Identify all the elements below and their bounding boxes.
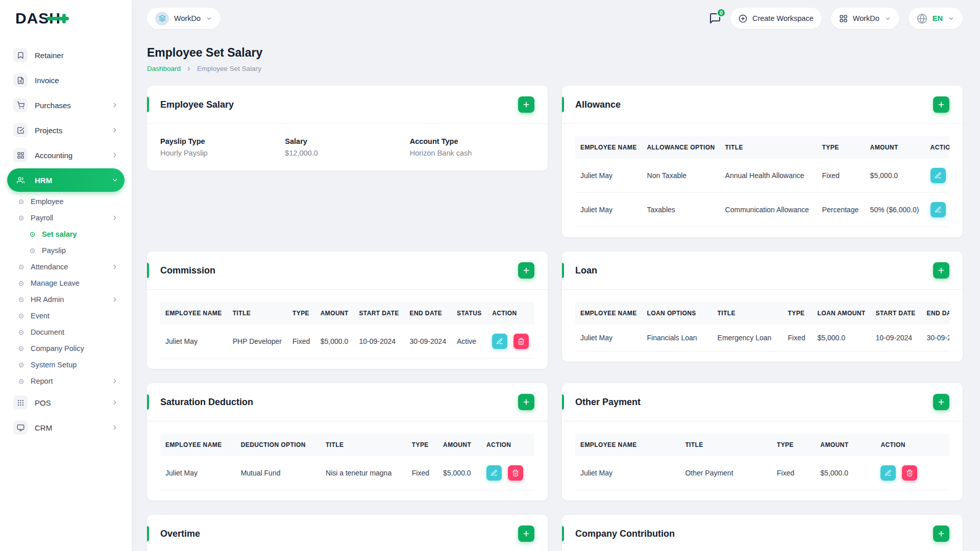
create-workspace-button[interactable]: Create Workspace [730,8,822,29]
brand-logo[interactable]: DASH [15,10,61,27]
delete-button[interactable] [508,465,523,481]
column-header: LOAN AMOUNT [813,302,871,324]
workspace-selector[interactable]: WorkDo [147,8,220,29]
edit-button[interactable] [930,168,946,183]
cell-title: Other Payment [680,456,772,490]
card-header: Employee Salary [147,86,548,124]
add-employee-salary-button[interactable] [518,96,534,113]
edit-button[interactable] [880,465,896,481]
sidebar-item-label: Manage Leave [31,279,80,287]
edit-button[interactable] [930,202,946,217]
sidebar-item-label: HRM [35,176,52,185]
sidebar-item-purchases[interactable]: Purchases [7,93,125,117]
sidebar-item-label: Document [31,328,64,336]
sidebar-item-label: Purchases [35,101,71,110]
sidebar: DASH Retainer Invoice Purchases Projects [0,0,132,551]
add-overtime-button[interactable] [518,525,534,542]
column-header: ACTION [875,434,949,456]
sidebar-item-attendance[interactable]: Attendance [7,259,125,275]
card-title: Commission [160,265,215,276]
sidebar-item-accounting[interactable]: Accounting [7,143,125,167]
column-header: ALLOWANCE OPTION [642,136,720,159]
sidebar-item-set-salary[interactable]: Set salary [7,226,125,242]
sidebar-item-event[interactable]: Event [7,308,125,324]
sidebar-nav: Retainer Invoice Purchases Projects Acco… [0,37,132,439]
breadcrumb-current: Employee Set Salary [197,65,261,72]
sidebar-item-system-setup[interactable]: System Setup [7,357,125,373]
cell-employee-name: Juliet May [160,456,236,490]
sidebar-item-manage-leave[interactable]: Manage Leave [7,275,125,291]
sidebar-item-label: Set salary [42,230,77,238]
delete-button[interactable] [902,465,917,481]
delete-button[interactable] [513,334,529,349]
sidebar-item-crm[interactable]: CRM [7,416,125,439]
add-company-contribution-button[interactable] [933,525,949,542]
workdo-menu-button[interactable]: WorkDo [831,8,899,29]
sidebar-item-projects[interactable]: Projects [7,118,125,142]
cell-amount: $5,000.0 [438,456,481,490]
add-saturation-deduction-button[interactable] [518,394,534,410]
add-commission-button[interactable] [518,262,534,279]
column-header: ACTION [925,136,949,159]
cell-title: Emergency Loan [713,324,783,352]
pencil-icon [496,338,503,345]
sidebar-item-invoice[interactable]: Invoice [7,68,125,92]
card-header: Loan [562,252,963,290]
sidebar-item-pos[interactable]: POS [7,391,125,414]
check-square-icon [13,123,28,137]
field-payslip-type: Payslip Type Hourly Payslip [160,137,285,157]
bullet-icon [18,330,24,335]
add-loan-button[interactable] [933,262,949,279]
cell-employee-name: Juliet May [575,159,642,193]
edit-button[interactable] [492,334,507,349]
sidebar-item-hrm[interactable]: HRM [7,168,125,192]
sidebar-item-report[interactable]: Report [7,373,125,389]
main-area: WorkDo 0 Create Workspace WorkDo [132,0,980,551]
sidebar-item-label: Retainer [35,51,64,60]
sidebar-item-document[interactable]: Document [7,324,125,340]
sidebar-item-company-policy[interactable]: Company Policy [7,340,125,357]
chevron-down-icon [206,15,212,22]
card-title: Saturation Deduction [160,397,253,408]
card-header: Company Contribution [562,515,963,551]
app-root: DASH Retainer Invoice Purchases Projects [0,0,980,551]
cell-title: PHP Developer [228,324,287,359]
column-header: TITLE [713,302,783,324]
column-header: TYPE [817,136,865,159]
cell-action [925,159,949,193]
table-row: Juliet May Mutual Fund Nisi a tenetur ma… [160,456,534,490]
cell-amount: $5,000.0 [865,159,925,193]
sidebar-item-payroll[interactable]: Payroll [7,210,125,226]
table-header-row: EMPLOYEE NAME TITLE TYPE AMOUNT ACTION [575,434,949,456]
sidebar-item-employee[interactable]: Employee [7,193,125,210]
sidebar-item-payslip[interactable]: Payslip [7,242,125,259]
cell-employee-name: Juliet May [575,193,642,227]
language-selector[interactable]: EN [909,8,963,29]
brand-logo-dash-icon [46,17,69,20]
sidebar-item-hr-admin[interactable]: HR Admin [7,291,125,308]
sidebar-item-label: Payslip [42,246,66,255]
grid-icon [13,148,28,162]
retainer-icon [13,48,28,62]
cart-icon [13,98,28,112]
logo-row: DASH [0,0,132,37]
cell-allowance-option: Non Taxable [642,159,720,193]
messages-button[interactable]: 0 [709,12,721,24]
add-other-payment-button[interactable] [933,394,949,410]
bullet-icon [18,264,24,270]
sidebar-item-retainer[interactable]: Retainer [7,43,125,67]
breadcrumb-dashboard-link[interactable]: Dashboard [147,65,181,72]
cell-loan-options: Financials Loan [642,324,713,352]
edit-button[interactable] [486,465,502,481]
add-allowance-button[interactable] [933,96,949,113]
pencil-icon [491,469,498,477]
sidebar-item-label: Report [31,377,53,385]
topbar: WorkDo 0 Create Workspace WorkDo [132,0,980,37]
cell-employee-name: Juliet May [575,456,680,490]
card-title: Allowance [575,99,621,110]
bullet-icon [18,199,24,205]
sidebar-item-label: Event [31,312,50,320]
cell-loan-amount: $5,000.0 [813,324,871,352]
sidebar-item-label: Payroll [31,214,53,222]
column-header: AMOUNT [438,434,481,456]
